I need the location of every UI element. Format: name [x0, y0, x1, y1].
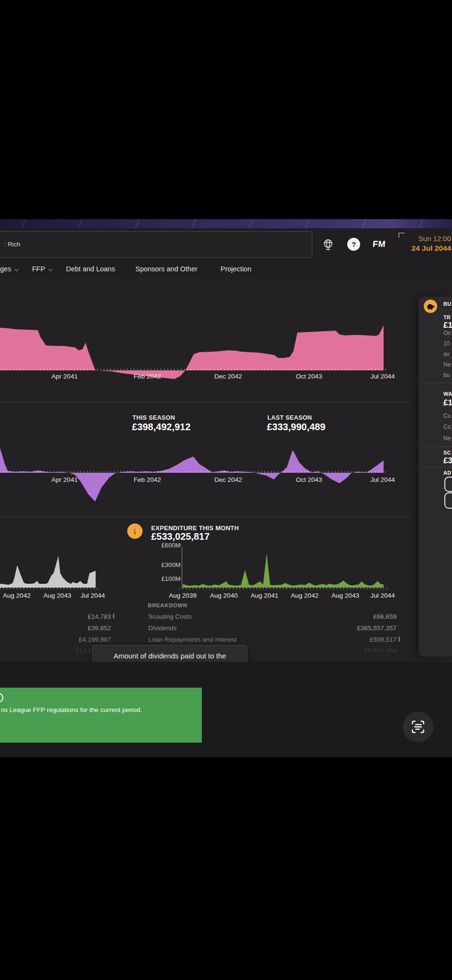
x-axis-ticks — [0, 471, 387, 473]
x-axis-label: Aug 2043 — [44, 592, 71, 599]
x-axis-label: Feb 2042 — [133, 476, 161, 483]
chevron-down-icon — [14, 267, 19, 271]
clock-panel: Sun 12:00 24 Jul 2044 — [389, 234, 451, 253]
tab-projection[interactable]: Projection — [220, 260, 251, 278]
sidebar-divider — [422, 467, 452, 467]
sidebar-line: £1 — [443, 321, 452, 330]
section-divider — [0, 517, 409, 517]
sidebar-line: £3 — [443, 456, 452, 466]
help-icon[interactable]: ? — [347, 238, 360, 251]
x-axis-label: Aug 2039 — [169, 592, 197, 599]
ffp-banner-text: ns League FFP regulations for the curren… — [1, 706, 173, 714]
tab-sponsors-and-other[interactable]: Sponsors and Other — [135, 260, 198, 278]
this-season-label: THIS SEASON — [132, 414, 175, 421]
breakdown-left-value: £14,783 — [29, 613, 111, 620]
last-season-label: LAST SEASON — [267, 414, 312, 421]
sidebar-button[interactable] — [444, 492, 452, 509]
sidebar-line: Cu — [443, 412, 451, 419]
tab-debt-and-loans[interactable]: Debt and Loans — [66, 260, 115, 278]
y-axis-label: £600M — [152, 542, 180, 549]
x-axis-label: Aug 2041 — [251, 592, 278, 599]
club-search-value: : Rich — [4, 232, 20, 257]
ffp-status-banner: ns League FFP regulations for the curren… — [0, 688, 202, 743]
breakdown-label: BREAKDOWN — [148, 602, 187, 608]
x-axis-ticks — [0, 368, 387, 370]
last-season-value: £333,990,489 — [267, 422, 325, 433]
x-axis-label: Oct 2043 — [296, 476, 322, 483]
sidebar-line: £1 — [443, 398, 452, 408]
sidebar-divider — [422, 383, 452, 383]
y-axis-line — [182, 547, 182, 589]
x-axis-label: Aug 2042 — [3, 592, 31, 599]
header-bar: : Rich ? FM Sun 12:00 24 Jul 2044 — [0, 228, 452, 260]
tab-bar: ges FFP Debt and Loans Sponsors and Othe… — [0, 260, 452, 278]
x-axis-label: Feb 2042 — [133, 373, 161, 380]
x-axis-label: Apr 2041 — [52, 476, 78, 483]
title-bar-strip — [0, 219, 452, 228]
expenditure-prev-chart — [0, 553, 96, 588]
piggy-bank-icon — [424, 300, 437, 313]
sidebar-line: AD — [443, 470, 452, 476]
x-axis-label: Dec 2042 — [214, 373, 242, 380]
this-season-value: £398,492,912 — [132, 422, 190, 433]
mini-scrollbar[interactable] — [113, 613, 114, 619]
x-axis-label: Jul 2044 — [80, 592, 105, 599]
x-axis-label: Dec 2042 — [214, 476, 242, 483]
expenditure-monthly-chart — [183, 549, 384, 588]
budget-sidebar: BU TR £1 On 10 av Ne bu WA £1 Cu Co Ne S… — [419, 297, 452, 657]
club-search-field[interactable]: : Rich — [0, 231, 312, 258]
x-axis-label: Aug 2040 — [210, 592, 238, 599]
x-axis-label: Jul 2044 — [370, 373, 395, 380]
footer-area: ns League FFP regulations for the curren… — [0, 662, 452, 757]
x-axis-label: Jul 2044 — [370, 592, 395, 599]
sidebar-line: Co — [443, 423, 451, 430]
expenditure-label: EXPENDITURE THIS MONTH — [151, 524, 239, 532]
y-axis-label: £300M — [152, 561, 180, 568]
y-axis-label: £100M — [152, 575, 180, 582]
sidebar-line: WA — [443, 391, 452, 397]
section-divider — [0, 402, 409, 402]
sidebar-line: SC — [443, 450, 451, 456]
fm-logo: FM — [372, 239, 386, 249]
sidebar-line: av — [443, 351, 450, 357]
chevron-down-icon — [48, 267, 53, 271]
date-label: 24 Jul 2044 — [389, 244, 451, 253]
sidebar-line: 10 — [443, 340, 450, 347]
x-axis-label: Aug 2042 — [291, 592, 319, 599]
time-label: Sun 12:00 — [389, 234, 451, 243]
x-axis-label: Aug 2043 — [331, 592, 359, 599]
sidebar-button[interactable] — [444, 477, 452, 492]
finances-panel: Apr 2041 Feb 2042 Dec 2042 Oct 2043 Jul … — [0, 278, 452, 662]
sidebar-line: Ne — [443, 435, 451, 442]
expenditure-value: £533,025,817 — [151, 531, 209, 542]
sidebar-line: On — [443, 330, 451, 336]
tab-ffp[interactable]: FFP — [32, 260, 52, 278]
x-axis-ticks — [0, 588, 99, 590]
breakdown-left-value: £39,852 — [29, 624, 111, 632]
x-axis-ticks — [179, 588, 387, 590]
sidebar-line: bu — [443, 372, 450, 379]
x-axis-label: Apr 2041 — [52, 373, 78, 380]
sidebar-line: BU — [443, 301, 452, 307]
x-axis-label: Oct 2043 — [296, 373, 322, 380]
sidebar-line: TR — [443, 314, 451, 320]
sidebar-line: Ne — [443, 361, 451, 368]
summary-scan-button[interactable] — [403, 712, 433, 742]
screen: : Rich ? FM Sun 12:00 24 Jul 2044 ges FF… — [0, 0, 452, 980]
expenditure-down-arrow-icon: ↓ — [127, 523, 143, 539]
x-axis-label: Jul 2044 — [370, 476, 395, 483]
check-circle-icon — [0, 693, 3, 702]
mini-scrollbar[interactable] — [398, 636, 400, 642]
sidebar-divider — [422, 446, 452, 447]
globe-icon[interactable] — [321, 238, 335, 251]
tab-wages[interactable]: ges — [0, 260, 18, 278]
